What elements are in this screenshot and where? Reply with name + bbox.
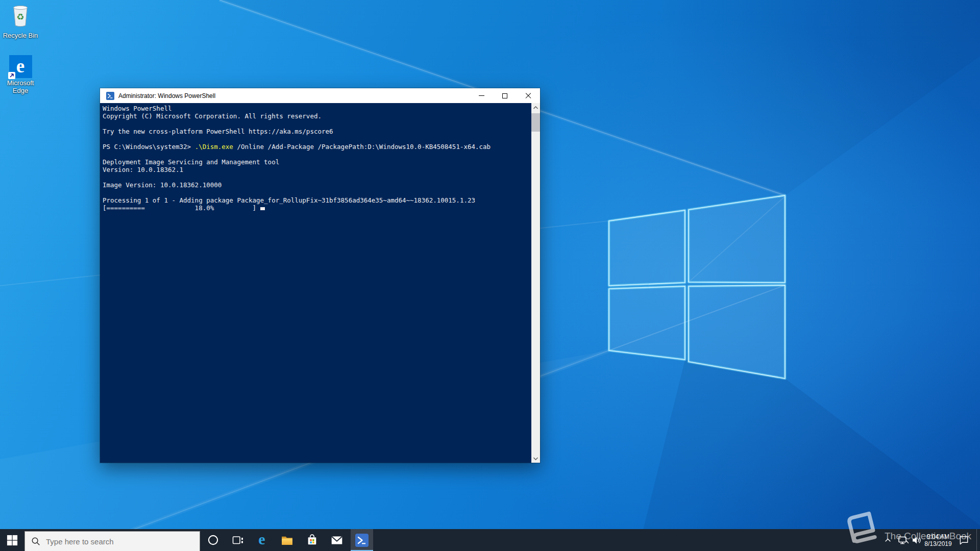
terminal-command-line: PS C:\Windows\system32> .\Dism.exe /Onli…	[103, 143, 531, 151]
chevron-up-icon	[885, 538, 891, 542]
taskbar-search[interactable]	[24, 531, 200, 551]
terminal-line: Image Version: 10.0.18362.10000	[103, 181, 531, 189]
start-button[interactable]	[0, 529, 24, 551]
terminal-line: Deployment Image Servicing and Managemen…	[103, 158, 531, 166]
scrollbar-track[interactable]	[531, 132, 540, 454]
desktop-icon-label: Recycle Bin	[0, 32, 41, 39]
minimize-icon	[479, 95, 484, 96]
recycle-bin-icon: ♻	[8, 3, 33, 29]
edge-tile-icon: e	[9, 55, 32, 78]
search-icon	[31, 537, 41, 546]
terminal-line: Copyright (C) Microsoft Corporation. All…	[103, 112, 531, 120]
taskbar-item-cortana[interactable]	[202, 529, 224, 551]
terminal-line: Version: 10.0.18362.1	[103, 166, 531, 173]
scrollbar-thumb[interactable]	[531, 113, 540, 132]
scroll-down-button[interactable]	[531, 454, 540, 463]
close-button[interactable]	[517, 88, 540, 103]
scrollbar[interactable]	[531, 103, 540, 463]
taskbar-item-task-view[interactable]	[227, 529, 249, 551]
desktop-icon-label: Microsoft Edge	[0, 79, 41, 94]
mail-icon	[330, 534, 344, 547]
prompt: PS C:\Windows\system32>	[103, 143, 195, 151]
speaker-icon	[911, 535, 922, 546]
desktop[interactable]: ♻ Recycle Bin e Microsoft Edge Administr…	[0, 0, 980, 551]
recycle-glyph: ♻	[16, 12, 24, 22]
terminal-line	[103, 120, 531, 128]
terminal-line	[103, 135, 531, 143]
scroll-up-button[interactable]	[531, 103, 540, 112]
chevron-up-icon	[533, 106, 538, 109]
terminal-line: Windows PowerShell	[103, 105, 531, 112]
taskbar-item-mail[interactable]	[326, 529, 348, 551]
clock-date: 8/13/2019	[924, 540, 951, 547]
powershell-titlebar-icon	[106, 92, 114, 100]
edge-letter: e	[16, 57, 24, 76]
chevron-down-icon	[533, 457, 538, 460]
clock-time: 9:04 AM	[927, 533, 949, 540]
windows-start-icon	[7, 535, 18, 546]
shortcut-arrow-icon	[8, 72, 15, 79]
show-desktop-button[interactable]	[976, 529, 980, 551]
terminal-line	[103, 151, 531, 158]
taskbar: e	[0, 529, 980, 551]
tray-clock[interactable]: 9:04 AM 8/13/2019	[922, 529, 954, 551]
terminal-line	[103, 189, 531, 196]
terminal-output[interactable]: Windows PowerShell Copyright (C) Microso…	[100, 103, 531, 463]
taskbar-item-edge[interactable]: e	[251, 529, 273, 551]
terminal-line	[103, 173, 531, 181]
tray-network[interactable]	[896, 529, 911, 551]
command-args: /Online /Add-Package /PackagePath:D:\Win…	[233, 143, 491, 151]
tray-action-center[interactable]	[955, 529, 972, 551]
maximize-button[interactable]	[493, 88, 517, 103]
network-icon	[898, 535, 909, 546]
window-titlebar[interactable]: Administrator: Windows PowerShell	[100, 88, 540, 103]
desktop-icon-microsoft-edge[interactable]: e Microsoft Edge	[0, 55, 41, 94]
maximize-icon	[502, 93, 507, 98]
taskbar-item-store[interactable]	[301, 529, 323, 551]
taskbar-item-file-explorer[interactable]	[276, 529, 298, 551]
powershell-window: Administrator: Windows PowerShell Window…	[100, 88, 540, 463]
terminal-line: Processing 1 of 1 - Adding package Packa…	[103, 196, 531, 204]
text-cursor	[260, 207, 265, 210]
close-icon	[525, 93, 531, 99]
powershell-icon	[355, 534, 369, 547]
edge-icon: e	[258, 532, 265, 547]
cortana-icon	[207, 534, 219, 546]
taskbar-item-powershell[interactable]	[351, 529, 373, 551]
terminal-progress-line: [========== 18.0% ]	[103, 204, 531, 212]
search-input[interactable]	[46, 537, 189, 546]
command-token: .\Dism.exe	[195, 143, 233, 151]
action-center-icon	[959, 535, 969, 545]
progress-bar-text: [========== 18.0% ]	[103, 204, 256, 212]
file-explorer-icon	[281, 534, 293, 546]
tray-show-hidden-icons[interactable]	[881, 529, 894, 551]
minimize-button[interactable]	[470, 88, 493, 103]
desktop-icon-recycle-bin[interactable]: ♻ Recycle Bin	[0, 3, 41, 39]
terminal-line: Try the new cross-platform PowerShell ht…	[103, 128, 531, 135]
task-view-icon	[232, 534, 244, 546]
window-title: Administrator: Windows PowerShell	[118, 92, 215, 99]
store-icon	[306, 534, 318, 546]
